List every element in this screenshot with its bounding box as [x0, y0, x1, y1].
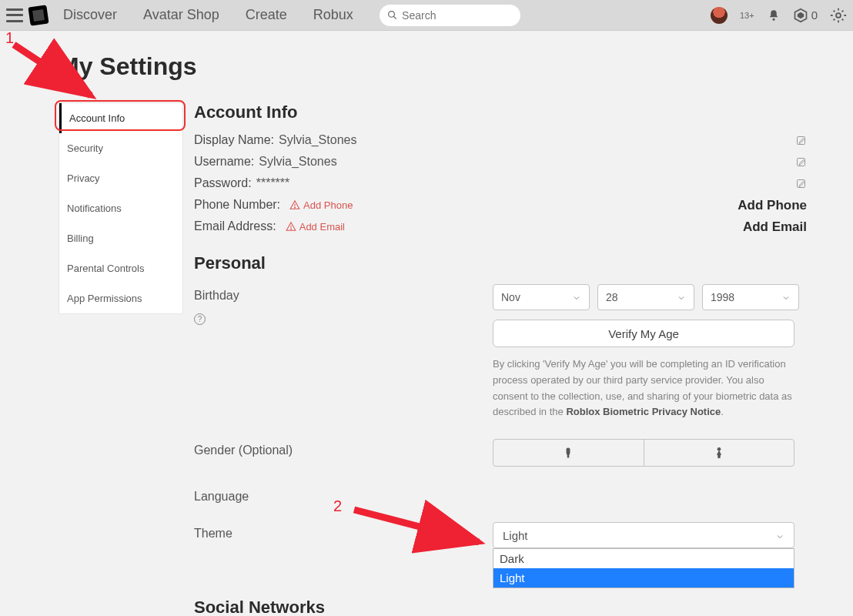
nav-links: Discover Avatar Shop Create Robux [63, 7, 353, 23]
phone-label: Phone Number: [194, 198, 280, 212]
sidebar-item-security[interactable]: Security [59, 133, 182, 163]
birthday-label: Birthday [194, 284, 487, 303]
chevron-down-icon [572, 293, 581, 302]
edit-display-name-icon[interactable] [795, 135, 807, 146]
nav-avatar-shop[interactable]: Avatar Shop [143, 7, 219, 23]
nav-discover[interactable]: Discover [63, 7, 117, 23]
search-icon [387, 9, 397, 21]
birthday-year-select[interactable]: 1998 [702, 284, 799, 310]
robux-balance[interactable]: 0 [793, 8, 818, 23]
top-navbar: Discover Avatar Shop Create Robux 13+ 0 [0, 0, 853, 31]
edit-password-icon[interactable] [795, 178, 807, 189]
display-name-value: Sylvia_Stones [279, 133, 356, 147]
section-account-info: Account Info [194, 102, 807, 122]
verify-age-button[interactable]: Verify My Age [493, 320, 794, 347]
roblox-logo-icon[interactable] [28, 5, 49, 25]
theme-dropdown: Dark Light [493, 548, 794, 588]
sidebar-item-privacy[interactable]: Privacy [59, 163, 182, 193]
verify-age-disclaimer: By clicking 'Verify My Age' you will be … [493, 357, 794, 420]
theme-option-light[interactable]: Light [493, 568, 794, 588]
display-name-label: Display Name: [194, 133, 274, 147]
row-phone: Phone Number: Add Phone Add Phone [194, 198, 807, 212]
row-username: Username: Sylvia_Stones [194, 155, 807, 169]
gender-female-button[interactable] [644, 440, 794, 466]
biometric-privacy-link[interactable]: Roblox Biometric Privacy Notice [566, 406, 721, 417]
row-display-name: Display Name: Sylvia_Stones [194, 133, 807, 147]
gender-toggle [493, 439, 794, 467]
row-password: Password: ******* [194, 176, 807, 190]
settings-main: Account Info Display Name: Sylvia_Stones… [192, 102, 807, 616]
nav-robux[interactable]: Robux [313, 7, 353, 23]
theme-label: Theme [194, 522, 487, 541]
username-value: Sylvia_Stones [259, 155, 336, 169]
gender-label: Gender (Optional) [194, 439, 487, 457]
add-phone-button[interactable]: Add Phone [738, 198, 807, 213]
search-box[interactable] [380, 5, 520, 26]
chevron-down-icon [775, 531, 784, 540]
birthday-controls: Nov 28 1998 Verify My Age [493, 284, 807, 420]
page-title: My Settings [59, 52, 807, 81]
robux-icon [793, 8, 808, 23]
theme-option-dark[interactable]: Dark [493, 549, 794, 568]
notifications-icon[interactable] [767, 8, 781, 22]
settings-sidebar: Account Info Security Privacy Notificati… [59, 102, 183, 314]
svg-point-2 [772, 18, 774, 20]
svg-marker-4 [797, 12, 803, 18]
sidebar-item-parental-controls[interactable]: Parental Controls [59, 253, 182, 283]
annotation-number-2: 2 [333, 497, 342, 515]
edit-username-icon[interactable] [795, 156, 807, 168]
age-badge: 13+ [740, 11, 754, 20]
section-social-networks: Social Networks [194, 598, 807, 616]
add-email-button[interactable]: Add Email [743, 219, 807, 235]
menu-icon[interactable] [6, 8, 23, 22]
sidebar-item-account-info[interactable]: Account Info [59, 103, 182, 133]
annotation-number-1: 1 [5, 29, 14, 47]
row-email: Email Address: Add Email Add Email [194, 219, 807, 233]
password-label: Password: [194, 176, 252, 190]
chevron-down-icon [677, 293, 686, 302]
birthday-day-select[interactable]: 28 [597, 284, 694, 310]
chevron-down-icon [781, 293, 791, 302]
warning-icon [286, 221, 296, 232]
avatar-icon[interactable] [711, 7, 728, 24]
add-phone-warning-link[interactable]: Add Phone [289, 199, 353, 211]
birthday-month-select[interactable]: Nov [493, 284, 590, 310]
sidebar-item-notifications[interactable]: Notifications [59, 193, 182, 223]
svg-point-0 [388, 12, 394, 18]
female-icon [713, 446, 725, 460]
sidebar-item-app-permissions[interactable]: App Permissions [59, 283, 182, 313]
help-icon[interactable]: ? [194, 313, 206, 325]
password-value: ******* [256, 176, 290, 190]
sidebar-item-billing[interactable]: Billing [59, 223, 182, 253]
svg-point-13 [567, 448, 570, 451]
settings-icon[interactable] [830, 7, 847, 24]
birthday-label-cell: Birthday ? [194, 284, 487, 325]
gender-male-button[interactable] [493, 440, 644, 466]
svg-point-12 [290, 229, 291, 229]
svg-line-1 [393, 16, 396, 18]
username-label: Username: [194, 155, 254, 169]
robux-count: 0 [811, 8, 818, 22]
search-input[interactable] [402, 9, 513, 22]
add-email-warning-link[interactable]: Add Email [286, 221, 345, 233]
warning-icon [289, 199, 300, 210]
email-label: Email Address: [194, 219, 276, 233]
section-personal: Personal [194, 253, 807, 273]
male-icon [562, 446, 574, 460]
nav-create[interactable]: Create [246, 7, 287, 23]
theme-select[interactable]: Light [493, 522, 794, 548]
svg-point-10 [295, 207, 296, 208]
svg-point-5 [836, 13, 841, 18]
